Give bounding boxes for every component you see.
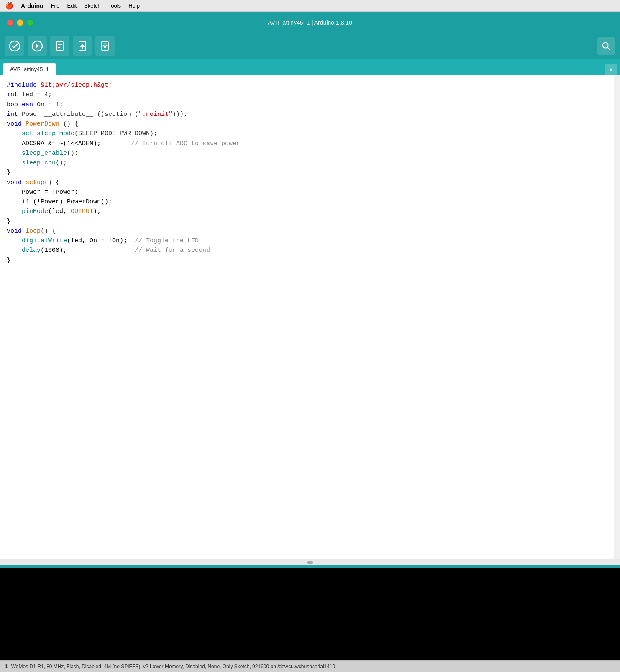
upload-button[interactable] bbox=[28, 36, 47, 56]
tab-dropdown-button[interactable]: ▾ bbox=[605, 64, 617, 75]
code-line: void setup() { bbox=[7, 178, 607, 187]
output-area bbox=[0, 568, 620, 660]
code-line: digitalWrite(led, On = !On); // Toggle t… bbox=[7, 236, 607, 246]
app-name[interactable]: Arduino bbox=[21, 3, 44, 9]
status-bar: 1 WeMos D1 R1, 80 MHz, Flash, Disabled, … bbox=[0, 660, 620, 672]
save-button[interactable] bbox=[95, 36, 115, 56]
new-button[interactable] bbox=[50, 36, 69, 56]
code-line: ADCSRA &= ~(1<<ADEN); // Turn off ADC to… bbox=[7, 139, 607, 149]
code-line: int Power __attribute__ ((section (".noi… bbox=[7, 110, 607, 119]
maximize-button[interactable] bbox=[27, 19, 33, 26]
minimize-button[interactable] bbox=[17, 19, 23, 26]
horizontal-scrollbar[interactable] bbox=[0, 559, 620, 565]
code-line: } bbox=[7, 217, 607, 226]
save-icon bbox=[99, 40, 111, 52]
tab-avr-attiny45[interactable]: AVR_attiny45_1 bbox=[3, 63, 56, 75]
menu-tools[interactable]: Tools bbox=[108, 3, 121, 9]
vertical-scrollbar[interactable] bbox=[614, 75, 620, 559]
open-icon bbox=[77, 40, 88, 52]
code-line: void loop() { bbox=[7, 226, 607, 236]
menu-help[interactable]: Help bbox=[128, 3, 140, 9]
code-line: set_sleep_mode(SLEEP_MODE_PWR_DOWN); bbox=[7, 129, 607, 139]
status-line-number: 1 bbox=[5, 664, 8, 669]
h-scroll-thumb[interactable] bbox=[307, 561, 313, 564]
toolbar bbox=[0, 33, 620, 59]
code-line: sleep_enable(); bbox=[7, 149, 607, 158]
traffic-lights bbox=[7, 19, 33, 26]
code-line: pinMode(led, OUTPUT); bbox=[7, 207, 607, 216]
code-line: Power = !Power; bbox=[7, 187, 607, 197]
verify-button[interactable] bbox=[5, 36, 24, 56]
arduino-window: AVR_attiny45_1 | Arduino 1.8.10 bbox=[0, 12, 620, 672]
new-icon bbox=[54, 40, 66, 52]
apple-menu[interactable]: 🍎 bbox=[5, 2, 13, 10]
menu-sketch[interactable]: Sketch bbox=[84, 3, 101, 9]
code-line: } bbox=[7, 256, 607, 265]
upload-icon bbox=[31, 40, 43, 52]
menu-edit[interactable]: Edit bbox=[67, 3, 77, 9]
svg-point-0 bbox=[10, 41, 20, 51]
code-line: delay(1000); // Wait for a second bbox=[7, 246, 607, 255]
tab-label: AVR_attiny45_1 bbox=[10, 66, 49, 72]
title-bar: AVR_attiny45_1 | Arduino 1.8.10 bbox=[0, 12, 620, 33]
status-text: WeMos D1 R1, 80 MHz, Flash, Disabled, 4M… bbox=[11, 664, 336, 669]
close-button[interactable] bbox=[7, 19, 13, 26]
menu-bar: 🍎 Arduino File Edit Sketch Tools Help bbox=[0, 0, 620, 12]
svg-line-11 bbox=[607, 47, 610, 49]
code-line: } bbox=[7, 168, 607, 177]
menu-file[interactable]: File bbox=[51, 3, 60, 9]
code-line: #include &lt;avr/sleep.h&gt; bbox=[7, 80, 607, 90]
code-line: if (!Power) PowerDown(); bbox=[7, 197, 607, 207]
window-title: AVR_attiny45_1 | Arduino 1.8.10 bbox=[268, 19, 352, 26]
search-icon bbox=[602, 41, 611, 51]
output-divider bbox=[0, 565, 620, 568]
search-button[interactable] bbox=[597, 37, 615, 55]
code-editor[interactable]: #include &lt;avr/sleep.h&gt;int led = 4;… bbox=[0, 75, 614, 559]
open-button[interactable] bbox=[73, 36, 92, 56]
editor-area: #include &lt;avr/sleep.h&gt;int led = 4;… bbox=[0, 75, 620, 559]
tabs-area: AVR_attiny45_1 ▾ bbox=[0, 59, 620, 75]
code-line: sleep_cpu(); bbox=[7, 158, 607, 168]
verify-icon bbox=[9, 40, 20, 52]
code-line: boolean On = 1; bbox=[7, 100, 607, 110]
code-line: void PowerDown () { bbox=[7, 119, 607, 129]
code-line: int led = 4; bbox=[7, 90, 607, 100]
